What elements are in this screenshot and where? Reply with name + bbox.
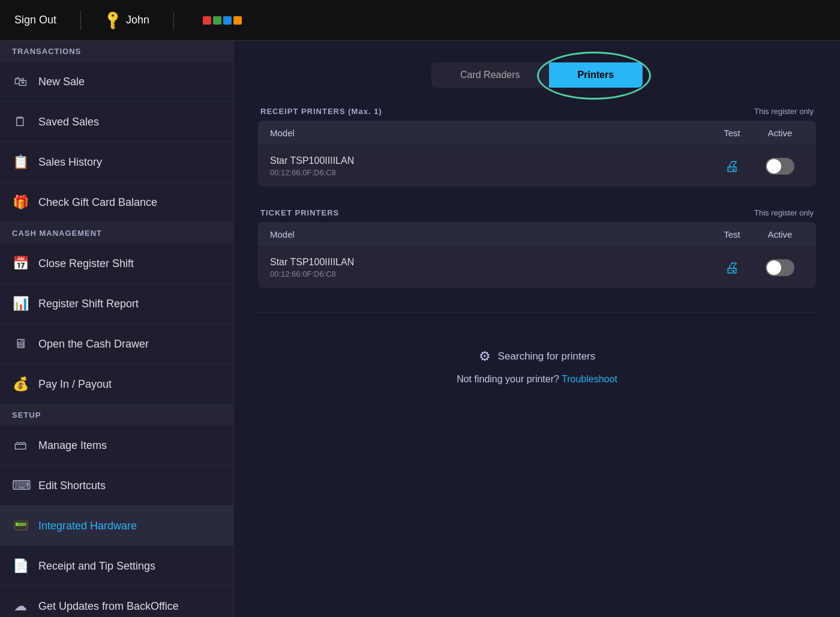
sidebar-item-gift-card[interactable]: 🎁 Check Gift Card Balance <box>0 182 233 223</box>
new-sale-icon: 🛍 <box>12 74 29 89</box>
cloud-icon: ☁ <box>12 598 29 614</box>
cash-drawer-icon: 🖥 <box>12 336 29 352</box>
tab-printers[interactable]: Printers <box>549 62 643 88</box>
tab-card-readers[interactable]: Card Readers <box>431 62 549 88</box>
gift-card-icon: 🎁 <box>12 194 29 210</box>
receipt-printers-table: Model Test Active Star TSP100IIIILAN 00:… <box>258 121 816 187</box>
logo-red <box>203 16 211 25</box>
sales-history-icon: 📋 <box>12 154 29 170</box>
sidebar-item-new-sale[interactable]: 🛍 New Sale <box>0 62 233 102</box>
sidebar-item-label: Get Updates from BackOffice <box>38 600 179 613</box>
receipt-printer-test[interactable]: 🖨 <box>708 158 756 175</box>
signout-button[interactable]: Sign Out <box>14 14 56 26</box>
hardware-icon: 📟 <box>12 518 29 534</box>
key-icon: 🔑 <box>102 9 124 31</box>
ticket-col-active-header: Active <box>756 229 804 239</box>
manage-items-icon: 🗃 <box>12 438 29 453</box>
topbar: Sign Out 🔑 John <box>0 0 840 41</box>
ticket-model-mac: 00:12:66:0F:D6:C8 <box>270 269 708 278</box>
ticket-col-model-header: Model <box>270 229 708 239</box>
troubleshoot-link[interactable]: Troubleshoot <box>562 374 617 384</box>
sidebar-item-label: Close Register Shift <box>38 257 134 270</box>
main-layout: TRANSACTIONS 🛍 New Sale 🗒 Saved Sales 📋 … <box>0 41 840 617</box>
content-divider <box>258 312 816 313</box>
ticket-printers-header: TICKET PRINTERS This register only <box>258 208 816 217</box>
sidebar-item-get-updates[interactable]: ☁ Get Updates from BackOffice <box>0 586 233 617</box>
sidebar-item-label: Integrated Hardware <box>38 520 137 532</box>
sidebar-item-label: Receipt and Tip Settings <box>38 560 155 573</box>
ticket-printer-toggle[interactable] <box>766 259 794 276</box>
ticket-printers-title: TICKET PRINTERS <box>260 208 339 217</box>
tab-printers-wrapper: Printers <box>549 62 643 88</box>
receipt-register-only: This register only <box>754 107 814 116</box>
receipt-model-mac: 00:12:66:0F:D6:C8 <box>270 168 708 177</box>
ticket-col-test-header: Test <box>708 229 756 239</box>
ticket-toggle-thumb <box>767 260 781 275</box>
logo-green <box>213 16 221 25</box>
topbar-user: 🔑 John <box>105 13 149 28</box>
sidebar: TRANSACTIONS 🛍 New Sale 🗒 Saved Sales 📋 … <box>0 41 234 617</box>
receipt-printer-toggle-wrapper[interactable] <box>756 158 804 175</box>
topbar-divider <box>80 11 81 30</box>
receipt-printer-toggle[interactable] <box>766 158 794 175</box>
sidebar-section-transactions: TRANSACTIONS <box>0 41 233 62</box>
ticket-printer-toggle-wrapper[interactable] <box>756 259 804 276</box>
receipt-printers-table-header: Model Test Active <box>258 121 816 145</box>
sidebar-item-pay-in-payout[interactable]: 💰 Pay In / Payout <box>0 364 233 405</box>
tabs-bar: Card Readers Printers <box>258 58 816 88</box>
receipt-model-name: Star TSP100IIIILAN <box>270 155 708 166</box>
searching-label: Searching for printers <box>498 351 596 363</box>
app-logo <box>203 16 242 25</box>
ticket-printer-model: Star TSP100IIIILAN 00:12:66:0F:D6:C8 <box>270 257 708 278</box>
sidebar-item-integrated-hardware[interactable]: 📟 Integrated Hardware <box>0 506 233 546</box>
col-active-header: Active <box>756 128 804 138</box>
sidebar-item-close-register[interactable]: 📅 Close Register Shift <box>0 244 233 284</box>
sidebar-section-cash: CASH MANAGEMENT <box>0 223 233 244</box>
receipt-printer-row: Star TSP100IIIILAN 00:12:66:0F:D6:C8 🖨 <box>258 145 816 187</box>
sidebar-item-label: Register Shift Report <box>38 298 139 310</box>
sidebar-item-edit-shortcuts[interactable]: ⌨ Edit Shortcuts <box>0 466 233 506</box>
col-test-header: Test <box>708 128 756 138</box>
receipt-print-icon[interactable]: 🖨 <box>725 158 739 174</box>
content-area: Card Readers Printers RECEIPT PRINTERS (… <box>234 41 840 617</box>
sidebar-item-label: Sales History <box>38 156 102 169</box>
not-finding-label: Not finding your printer? <box>457 374 559 384</box>
sidebar-item-label: Pay In / Payout <box>38 378 112 391</box>
sidebar-item-label: Check Gift Card Balance <box>38 196 157 209</box>
close-register-icon: 📅 <box>12 256 29 271</box>
ticket-printer-test[interactable]: 🖨 <box>708 259 756 276</box>
sidebar-item-label: Manage Items <box>38 439 107 452</box>
sidebar-item-saved-sales[interactable]: 🗒 Saved Sales <box>0 102 233 142</box>
receipt-printers-title: RECEIPT PRINTERS (Max. 1) <box>260 107 382 116</box>
pay-icon: 💰 <box>12 376 29 392</box>
receipt-printer-model: Star TSP100IIIILAN 00:12:66:0F:D6:C8 <box>270 155 708 177</box>
spinner-icon: ⚙ <box>479 349 491 364</box>
sidebar-item-cash-drawer[interactable]: 🖥 Open the Cash Drawer <box>0 324 233 364</box>
sidebar-item-label: Edit Shortcuts <box>38 480 106 492</box>
logo-orange <box>233 16 242 25</box>
searching-row: ⚙ Searching for printers <box>479 349 596 364</box>
sidebar-item-manage-items[interactable]: 🗃 Manage Items <box>0 426 233 466</box>
ticket-register-only: This register only <box>754 208 814 217</box>
ticket-printers-section: TICKET PRINTERS This register only Model… <box>258 208 816 288</box>
sidebar-section-setup: SETUP <box>0 405 233 426</box>
col-model-header: Model <box>270 128 708 138</box>
ticket-print-icon[interactable]: 🖨 <box>725 259 739 275</box>
shortcuts-icon: ⌨ <box>12 478 29 493</box>
sidebar-item-label: Open the Cash Drawer <box>38 338 149 351</box>
saved-sales-icon: 🗒 <box>12 114 29 130</box>
ticket-model-name: Star TSP100IIIILAN <box>270 257 708 268</box>
ticket-printers-table-header: Model Test Active <box>258 222 816 247</box>
sidebar-item-sales-history[interactable]: 📋 Sales History <box>0 142 233 182</box>
sidebar-item-receipt-tip[interactable]: 📄 Receipt and Tip Settings <box>0 546 233 586</box>
receipt-icon: 📄 <box>12 558 29 574</box>
shift-report-icon: 📊 <box>12 296 29 312</box>
searching-status: ⚙ Searching for printers Not finding you… <box>258 349 816 385</box>
ticket-printers-table: Model Test Active Star TSP100IIIILAN 00:… <box>258 222 816 288</box>
user-name: John <box>126 14 149 26</box>
sidebar-item-label: New Sale <box>38 76 85 88</box>
not-finding-row: Not finding your printer? Troubleshoot <box>457 374 617 385</box>
sidebar-item-shift-report[interactable]: 📊 Register Shift Report <box>0 284 233 324</box>
ticket-printer-row: Star TSP100IIIILAN 00:12:66:0F:D6:C8 🖨 <box>258 247 816 288</box>
receipt-printers-section: RECEIPT PRINTERS (Max. 1) This register … <box>258 107 816 187</box>
